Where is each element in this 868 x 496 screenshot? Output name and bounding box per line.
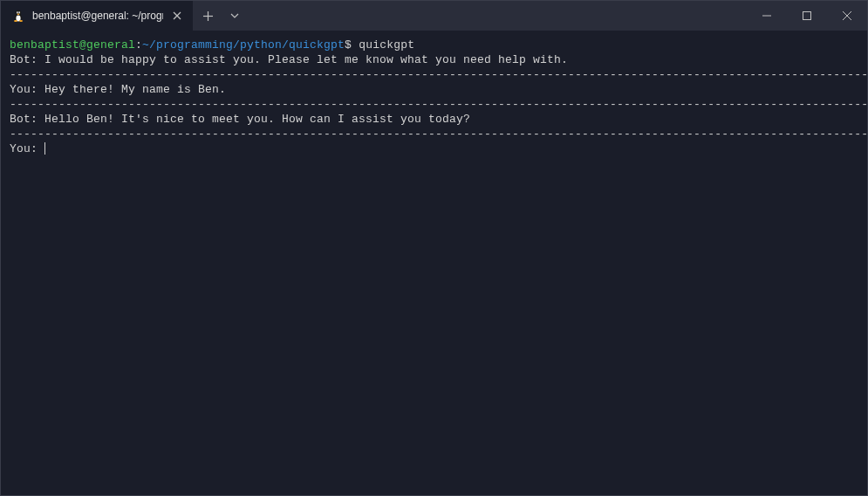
svg-point-7 — [17, 14, 20, 15]
output-line: Bot: Hello Ben! It's nice to meet you. H… — [10, 113, 470, 126]
tab-dropdown-button[interactable] — [222, 1, 247, 31]
close-button[interactable] — [827, 1, 867, 31]
svg-point-6 — [19, 12, 20, 13]
maximize-button[interactable] — [787, 1, 827, 31]
output-line: Bot: I would be happy to assist you. Ple… — [10, 53, 568, 66]
prompt-path: ~/programming/python/quickgpt — [142, 38, 345, 52]
minimize-button[interactable] — [747, 1, 787, 31]
command: quickgpt — [359, 38, 414, 52]
divider: ----------------------------------------… — [10, 98, 868, 111]
terminal-content[interactable]: benbaptist@general:~/programming/python/… — [1, 31, 867, 163]
prompt-user-host: benbaptist@general — [10, 38, 135, 52]
output-line: You: Hey there! My name is Ben. — [10, 83, 226, 96]
tabs-area: benbaptist@general: ~/progra — [1, 1, 247, 31]
new-tab-button[interactable] — [193, 1, 222, 31]
svg-point-8 — [14, 20, 17, 22]
input-prompt: You: — [10, 142, 44, 155]
divider: ----------------------------------------… — [10, 127, 868, 141]
cursor-icon — [44, 142, 45, 155]
window-controls — [747, 1, 867, 31]
tab-title: benbaptist@general: ~/progra — [32, 10, 163, 22]
svg-point-9 — [19, 20, 23, 22]
prompt-symbol: $ — [345, 38, 352, 52]
prompt-colon: : — [135, 38, 142, 52]
svg-point-5 — [17, 12, 18, 13]
window-titlebar: benbaptist@general: ~/progra — [1, 1, 867, 31]
tab-close-button[interactable] — [170, 9, 184, 23]
terminal-tab[interactable]: benbaptist@general: ~/progra — [1, 1, 193, 31]
tux-icon — [11, 9, 25, 23]
divider: ----------------------------------------… — [10, 68, 868, 81]
command-text — [352, 38, 359, 52]
svg-rect-15 — [803, 12, 811, 20]
